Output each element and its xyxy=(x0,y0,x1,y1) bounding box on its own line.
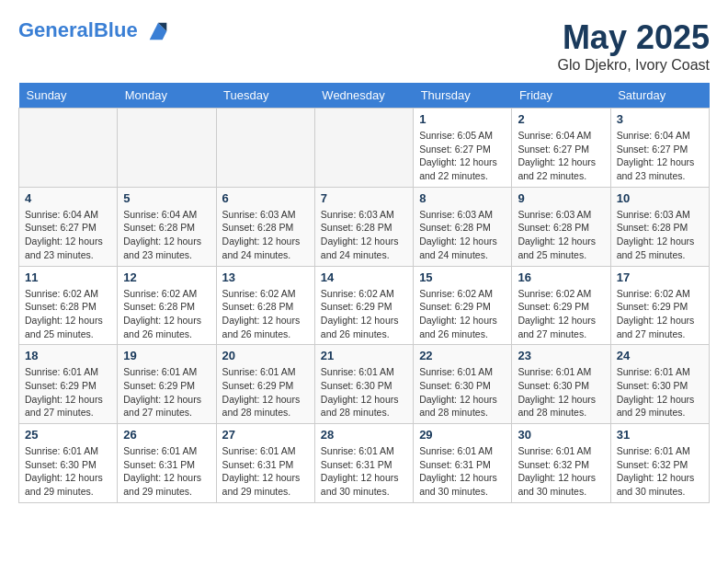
day-cell: 28Sunrise: 6:01 AM Sunset: 6:31 PM Dayli… xyxy=(314,424,413,503)
day-info: Sunrise: 6:01 AM Sunset: 6:31 PM Dayligh… xyxy=(321,444,407,499)
day-cell: 20Sunrise: 6:01 AM Sunset: 6:29 PM Dayli… xyxy=(216,345,314,424)
day-info: Sunrise: 6:02 AM Sunset: 6:28 PM Dayligh… xyxy=(25,287,111,341)
title-block: May 2025 Glo Djekro, Ivory Coast xyxy=(558,18,710,74)
day-info: Sunrise: 6:01 AM Sunset: 6:30 PM Dayligh… xyxy=(321,365,407,419)
day-info: Sunrise: 6:02 AM Sunset: 6:29 PM Dayligh… xyxy=(419,287,506,341)
day-info: Sunrise: 6:03 AM Sunset: 6:28 PM Dayligh… xyxy=(617,208,703,262)
month-title: May 2025 xyxy=(558,18,710,57)
day-cell xyxy=(118,109,216,188)
logo-line2: Blue xyxy=(94,18,138,41)
day-info: Sunrise: 6:03 AM Sunset: 6:28 PM Dayligh… xyxy=(321,208,407,262)
week-row-1: 1Sunrise: 6:05 AM Sunset: 6:27 PM Daylig… xyxy=(19,109,710,188)
day-info: Sunrise: 6:02 AM Sunset: 6:29 PM Dayligh… xyxy=(518,287,604,341)
day-cell: 6Sunrise: 6:03 AM Sunset: 6:28 PM Daylig… xyxy=(216,187,314,266)
logo-line1: General xyxy=(18,18,94,41)
day-number: 23 xyxy=(518,349,604,362)
weekday-header-saturday: Saturday xyxy=(610,83,709,109)
day-info: Sunrise: 6:05 AM Sunset: 6:27 PM Dayligh… xyxy=(419,129,506,183)
day-info: Sunrise: 6:04 AM Sunset: 6:27 PM Dayligh… xyxy=(617,129,703,183)
day-cell xyxy=(314,109,413,188)
logo-icon xyxy=(145,18,171,44)
weekday-header-thursday: Thursday xyxy=(414,83,512,109)
day-cell: 11Sunrise: 6:02 AM Sunset: 6:28 PM Dayli… xyxy=(19,266,118,345)
day-info: Sunrise: 6:01 AM Sunset: 6:30 PM Dayligh… xyxy=(419,365,506,419)
day-cell: 12Sunrise: 6:02 AM Sunset: 6:28 PM Dayli… xyxy=(118,266,216,345)
week-row-4: 18Sunrise: 6:01 AM Sunset: 6:29 PM Dayli… xyxy=(19,345,710,424)
logo-text: GeneralBlue xyxy=(18,18,171,44)
day-cell: 4Sunrise: 6:04 AM Sunset: 6:27 PM Daylig… xyxy=(19,187,118,266)
day-info: Sunrise: 6:02 AM Sunset: 6:29 PM Dayligh… xyxy=(617,287,703,341)
day-number: 8 xyxy=(419,191,506,205)
day-cell: 2Sunrise: 6:04 AM Sunset: 6:27 PM Daylig… xyxy=(512,109,610,188)
day-info: Sunrise: 6:01 AM Sunset: 6:30 PM Dayligh… xyxy=(518,365,604,419)
day-info: Sunrise: 6:01 AM Sunset: 6:32 PM Dayligh… xyxy=(518,444,604,499)
day-cell: 30Sunrise: 6:01 AM Sunset: 6:32 PM Dayli… xyxy=(512,424,610,503)
day-number: 31 xyxy=(617,428,703,442)
day-number: 6 xyxy=(222,191,309,205)
day-number: 29 xyxy=(419,428,506,442)
logo: GeneralBlue xyxy=(18,18,171,44)
weekday-header-tuesday: Tuesday xyxy=(216,83,314,109)
day-number: 2 xyxy=(518,112,604,126)
day-number: 7 xyxy=(321,191,407,205)
day-cell: 16Sunrise: 6:02 AM Sunset: 6:29 PM Dayli… xyxy=(512,266,610,345)
day-info: Sunrise: 6:01 AM Sunset: 6:31 PM Dayligh… xyxy=(419,444,506,499)
weekday-header-friday: Friday xyxy=(512,83,610,109)
day-cell: 25Sunrise: 6:01 AM Sunset: 6:30 PM Dayli… xyxy=(19,424,118,503)
day-cell: 18Sunrise: 6:01 AM Sunset: 6:29 PM Dayli… xyxy=(19,345,118,424)
day-cell: 5Sunrise: 6:04 AM Sunset: 6:28 PM Daylig… xyxy=(118,187,216,266)
day-info: Sunrise: 6:04 AM Sunset: 6:28 PM Dayligh… xyxy=(123,208,210,262)
day-number: 30 xyxy=(518,428,604,442)
day-number: 24 xyxy=(617,349,703,362)
day-number: 22 xyxy=(419,349,506,362)
weekday-header-monday: Monday xyxy=(118,83,216,109)
day-number: 16 xyxy=(518,270,604,284)
day-cell: 1Sunrise: 6:05 AM Sunset: 6:27 PM Daylig… xyxy=(414,109,512,188)
day-number: 14 xyxy=(321,270,407,284)
day-number: 13 xyxy=(222,270,309,284)
day-cell: 7Sunrise: 6:03 AM Sunset: 6:28 PM Daylig… xyxy=(314,187,413,266)
weekday-header-wednesday: Wednesday xyxy=(314,83,413,109)
calendar-table: SundayMondayTuesdayWednesdayThursdayFrid… xyxy=(18,83,710,503)
day-number: 4 xyxy=(25,191,111,205)
day-cell: 14Sunrise: 6:02 AM Sunset: 6:29 PM Dayli… xyxy=(314,266,413,345)
day-number: 27 xyxy=(222,428,309,442)
day-number: 10 xyxy=(617,191,703,205)
day-cell: 17Sunrise: 6:02 AM Sunset: 6:29 PM Dayli… xyxy=(610,266,709,345)
day-cell xyxy=(19,109,118,188)
day-info: Sunrise: 6:01 AM Sunset: 6:29 PM Dayligh… xyxy=(123,365,210,419)
page-header: GeneralBlue May 2025 Glo Djekro, Ivory C… xyxy=(18,18,710,74)
day-info: Sunrise: 6:01 AM Sunset: 6:32 PM Dayligh… xyxy=(617,444,703,499)
day-number: 9 xyxy=(518,191,604,205)
day-cell: 13Sunrise: 6:02 AM Sunset: 6:28 PM Dayli… xyxy=(216,266,314,345)
location: Glo Djekro, Ivory Coast xyxy=(558,57,710,74)
day-cell: 29Sunrise: 6:01 AM Sunset: 6:31 PM Dayli… xyxy=(414,424,512,503)
day-number: 3 xyxy=(617,112,703,126)
day-info: Sunrise: 6:03 AM Sunset: 6:28 PM Dayligh… xyxy=(222,208,309,262)
day-number: 28 xyxy=(321,428,407,442)
day-cell: 3Sunrise: 6:04 AM Sunset: 6:27 PM Daylig… xyxy=(610,109,709,188)
day-number: 20 xyxy=(222,349,309,362)
day-cell xyxy=(216,109,314,188)
week-row-5: 25Sunrise: 6:01 AM Sunset: 6:30 PM Dayli… xyxy=(19,424,710,503)
day-info: Sunrise: 6:04 AM Sunset: 6:27 PM Dayligh… xyxy=(518,129,604,183)
day-number: 25 xyxy=(25,428,111,442)
day-number: 18 xyxy=(25,349,111,362)
day-cell: 23Sunrise: 6:01 AM Sunset: 6:30 PM Dayli… xyxy=(512,345,610,424)
day-number: 26 xyxy=(123,428,210,442)
day-cell: 21Sunrise: 6:01 AM Sunset: 6:30 PM Dayli… xyxy=(314,345,413,424)
day-number: 19 xyxy=(123,349,210,362)
day-number: 12 xyxy=(123,270,210,284)
week-row-2: 4Sunrise: 6:04 AM Sunset: 6:27 PM Daylig… xyxy=(19,187,710,266)
day-info: Sunrise: 6:02 AM Sunset: 6:28 PM Dayligh… xyxy=(222,287,309,341)
day-info: Sunrise: 6:01 AM Sunset: 6:31 PM Dayligh… xyxy=(123,444,210,499)
day-cell: 24Sunrise: 6:01 AM Sunset: 6:30 PM Dayli… xyxy=(610,345,709,424)
weekday-header-sunday: Sunday xyxy=(19,83,118,109)
weekday-header-row: SundayMondayTuesdayWednesdayThursdayFrid… xyxy=(19,83,710,109)
day-info: Sunrise: 6:01 AM Sunset: 6:30 PM Dayligh… xyxy=(617,365,703,419)
day-cell: 19Sunrise: 6:01 AM Sunset: 6:29 PM Dayli… xyxy=(118,345,216,424)
day-info: Sunrise: 6:03 AM Sunset: 6:28 PM Dayligh… xyxy=(518,208,604,262)
week-row-3: 11Sunrise: 6:02 AM Sunset: 6:28 PM Dayli… xyxy=(19,266,710,345)
day-cell: 26Sunrise: 6:01 AM Sunset: 6:31 PM Dayli… xyxy=(118,424,216,503)
day-cell: 10Sunrise: 6:03 AM Sunset: 6:28 PM Dayli… xyxy=(610,187,709,266)
